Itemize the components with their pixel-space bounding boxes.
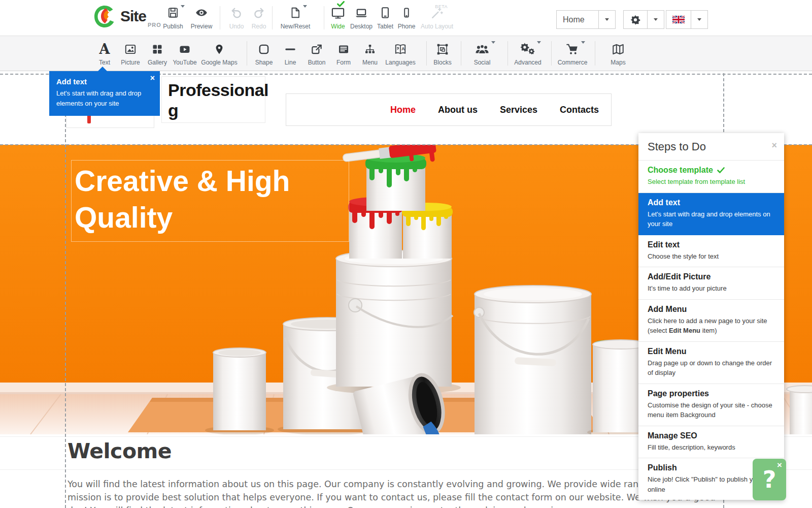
site-menu-element[interactable]: Home About us Services Contacts [286, 93, 612, 126]
element-button-label: Button [308, 59, 326, 66]
toolbar-separator [272, 6, 273, 29]
gallery-grid-icon [151, 41, 163, 57]
element-menu-label: Menu [362, 59, 378, 66]
page-select-value[interactable]: Home [557, 11, 598, 28]
steps-panel-close-icon[interactable]: × [771, 140, 777, 151]
device-wide-button[interactable]: Wide [327, 5, 349, 30]
publish-button[interactable]: Publish [159, 5, 187, 30]
tooltip-close-icon[interactable]: × [150, 74, 155, 82]
step-desc: Click here to add a new page to your sit… [648, 316, 775, 336]
preview-label: Preview [191, 23, 213, 30]
page-select-caret[interactable] [598, 11, 615, 28]
step-edit-text[interactable]: Edit text Choose the style for text [638, 235, 784, 268]
element-languages[interactable]: A Languages [388, 41, 413, 66]
elements-toolbar: A Text Picture Gallery YouTube [0, 36, 812, 71]
tablet-icon [379, 5, 392, 20]
step-title: Choose template [648, 165, 775, 175]
element-social-label: Social [474, 59, 491, 66]
device-tablet-label: Tablet [377, 23, 393, 30]
element-text[interactable]: A Text [92, 41, 117, 66]
element-youtube[interactable]: YouTube [172, 41, 197, 66]
element-youtube-label: YouTube [173, 59, 196, 66]
auto-layout-button[interactable]: BETA Auto Layout [418, 5, 456, 30]
page-select[interactable]: Home [556, 10, 616, 29]
site-title-line2: g [168, 100, 265, 120]
element-line-label: Line [285, 59, 296, 66]
step-add-menu[interactable]: Add Menu Click here to add a new page to… [638, 300, 784, 342]
element-google-maps[interactable]: Google Maps [207, 41, 232, 66]
element-line[interactable]: Line [278, 41, 303, 66]
new-reset-button[interactable]: New/Reset [278, 5, 313, 30]
element-maps-label: Maps [611, 59, 625, 66]
undo-label: Undo [229, 23, 244, 30]
tooltip-title: Add text [56, 77, 153, 86]
element-shape[interactable]: Shape [251, 41, 277, 66]
new-reset-label: New/Reset [281, 23, 311, 30]
element-button[interactable]: Button [304, 41, 329, 66]
magic-wand-icon: BETA [429, 5, 445, 20]
nav-item-contacts[interactable]: Contacts [560, 105, 599, 115]
active-check-icon [337, 1, 345, 7]
language-button[interactable] [666, 11, 691, 28]
step-add-edit-picture[interactable]: Add/Edit Picture It's time to add your p… [638, 267, 784, 300]
step-title: Add Menu [648, 304, 775, 314]
steps-panel-header: Steps to Do × [638, 133, 784, 161]
settings-button-group[interactable] [623, 10, 664, 29]
step-title: Page properties [648, 389, 775, 399]
help-button[interactable]: ? × [753, 459, 786, 500]
gear-icon [630, 14, 641, 25]
settings-button[interactable] [624, 11, 647, 28]
step-title: Manage SEO [648, 431, 775, 441]
redo-button[interactable]: Redo [245, 5, 273, 30]
element-menu[interactable]: Menu [357, 41, 383, 66]
element-commerce[interactable]: Commerce [560, 41, 585, 66]
element-gallery[interactable]: Gallery [145, 41, 170, 66]
step-page-properties[interactable]: Page properties Customise the design of … [638, 384, 784, 426]
settings-caret[interactable] [647, 11, 664, 28]
element-picture[interactable]: Picture [118, 41, 143, 66]
element-form[interactable]: Form [331, 41, 356, 66]
preview-button[interactable]: Preview [187, 5, 216, 30]
chevron-down-icon [697, 18, 701, 21]
element-blocks-label: Blocks [433, 59, 451, 66]
welcome-paragraph[interactable]: You will find the latest information abo… [67, 478, 723, 508]
publish-caret-icon [181, 5, 185, 8]
step-title: Add text [648, 198, 775, 208]
step-manage-seo[interactable]: Manage SEO Fill title, description, keyw… [638, 426, 784, 459]
element-languages-label: Languages [385, 59, 415, 66]
sitemap-icon [363, 41, 377, 57]
help-close-icon[interactable]: × [777, 460, 782, 470]
text-icon: A [99, 41, 110, 57]
app-logo: Site PRO [93, 5, 161, 29]
eye-icon [194, 5, 209, 20]
step-desc: It's time to add your picture [648, 283, 775, 294]
nav-item-services[interactable]: Services [500, 105, 537, 115]
element-maps[interactable]: Maps [605, 41, 631, 66]
add-text-tooltip: Add text Let's start with drag and drop … [49, 71, 160, 116]
commerce-caret-icon [581, 41, 585, 44]
redo-icon [252, 5, 265, 20]
element-blocks[interactable]: Blocks [430, 41, 455, 66]
element-social[interactable]: Social [469, 41, 495, 66]
site-title-element[interactable]: Professional g [161, 76, 265, 123]
language-button-group[interactable] [666, 10, 708, 29]
step-edit-menu[interactable]: Edit Menu Drag page up or down to change… [638, 342, 784, 384]
step-choose-template[interactable]: Choose template Select template from tem… [638, 161, 784, 193]
map-pin-icon [214, 41, 225, 57]
toolbar-separator [461, 41, 461, 66]
step-add-text[interactable]: Add text Let's start with drag and drop … [638, 193, 784, 235]
monitor-icon [330, 5, 346, 20]
gears-icon [520, 41, 536, 57]
hero-heading-text[interactable]: Creative & High Quality [71, 160, 349, 242]
language-caret[interactable] [691, 11, 707, 28]
device-desktop-button[interactable]: Desktop [347, 5, 376, 30]
device-tablet-button[interactable]: Tablet [375, 5, 395, 30]
device-wide-label: Wide [331, 23, 345, 30]
nav-item-home[interactable]: Home [390, 105, 416, 115]
nav-item-about-us[interactable]: About us [438, 105, 478, 115]
device-phone-button[interactable]: Phone [396, 5, 417, 30]
step-desc: Choose the style for text [648, 251, 775, 262]
element-advanced[interactable]: Advanced [515, 41, 540, 66]
form-icon [336, 41, 351, 57]
step-desc: Select template from template list [648, 177, 775, 187]
